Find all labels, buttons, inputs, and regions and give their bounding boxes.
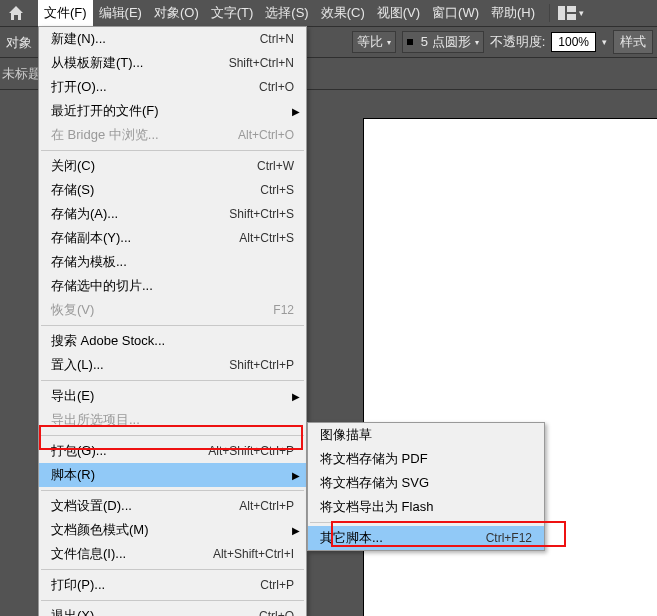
menu-item-label: 其它脚本... bbox=[320, 529, 486, 547]
menu-item-shortcut: Ctrl+F12 bbox=[486, 531, 532, 545]
stroke-profile-combo[interactable]: 5 点圆形▾ bbox=[402, 31, 484, 53]
file-menu-item-14[interactable]: 搜索 Adobe Stock... bbox=[39, 329, 306, 353]
file-menu-item-23[interactable]: 文档设置(D)...Alt+Ctrl+P bbox=[39, 494, 306, 518]
menu-item-shortcut: Alt+Ctrl+O bbox=[238, 128, 294, 142]
file-menu-item-1[interactable]: 从模板新建(T)...Shift+Ctrl+N bbox=[39, 51, 306, 75]
menu-item-label: 存储为模板... bbox=[51, 253, 294, 271]
file-menu-item-18: 导出所选项目... bbox=[39, 408, 306, 432]
menu-对象[interactable]: 对象(O) bbox=[148, 0, 205, 26]
menu-选择[interactable]: 选择(S) bbox=[259, 0, 314, 26]
file-menu-item-0[interactable]: 新建(N)...Ctrl+N bbox=[39, 27, 306, 51]
menu-item-shortcut: Ctrl+N bbox=[260, 32, 294, 46]
menu-窗口[interactable]: 窗口(W) bbox=[426, 0, 485, 26]
home-icon[interactable] bbox=[6, 3, 26, 23]
menu-item-label: 导出所选项目... bbox=[51, 411, 294, 429]
menu-item-label: 将文档存储为 PDF bbox=[320, 450, 532, 468]
scale-mode-combo[interactable]: 等比▾ bbox=[352, 31, 396, 53]
file-menu: 新建(N)...Ctrl+N从模板新建(T)...Shift+Ctrl+N打开(… bbox=[38, 26, 307, 616]
submenu-arrow-icon: ▶ bbox=[292, 470, 300, 481]
submenu-arrow-icon: ▶ bbox=[292, 525, 300, 536]
menu-item-shortcut: Ctrl+S bbox=[260, 183, 294, 197]
file-menu-item-27[interactable]: 打印(P)...Ctrl+P bbox=[39, 573, 306, 597]
svg-rect-1 bbox=[567, 6, 576, 12]
file-menu-item-21[interactable]: 脚本(R)▶ bbox=[39, 463, 306, 487]
menu-item-label: 关闭(C) bbox=[51, 157, 257, 175]
menu-item-shortcut: Alt+Ctrl+P bbox=[239, 499, 294, 513]
file-menu-item-20[interactable]: 打包(G)...Alt+Shift+Ctrl+P bbox=[39, 439, 306, 463]
menu-视图[interactable]: 视图(V) bbox=[371, 0, 426, 26]
menu-item-label: 从模板新建(T)... bbox=[51, 54, 229, 72]
menu-item-label: 将文档存储为 SVG bbox=[320, 474, 532, 492]
file-menu-item-8[interactable]: 存储为(A)...Shift+Ctrl+S bbox=[39, 202, 306, 226]
menu-item-label: 恢复(V) bbox=[51, 301, 273, 319]
menu-item-shortcut: Ctrl+P bbox=[260, 578, 294, 592]
workspace-switcher[interactable]: ▾ bbox=[558, 6, 584, 20]
file-menu-item-15[interactable]: 置入(L)...Shift+Ctrl+P bbox=[39, 353, 306, 377]
menu-效果[interactable]: 效果(C) bbox=[315, 0, 371, 26]
opacity-input[interactable]: 100% bbox=[551, 32, 596, 52]
menu-文件[interactable]: 文件(F) bbox=[38, 0, 93, 26]
menu-item-label: 存储为(A)... bbox=[51, 205, 229, 223]
menu-item-shortcut: Ctrl+W bbox=[257, 159, 294, 173]
file-menu-item-17[interactable]: 导出(E)▶ bbox=[39, 384, 306, 408]
menu-item-shortcut: Shift+Ctrl+S bbox=[229, 207, 294, 221]
submenu-arrow-icon: ▶ bbox=[292, 106, 300, 117]
file-menu-item-25[interactable]: 文件信息(I)...Alt+Shift+Ctrl+I bbox=[39, 542, 306, 566]
menu-item-label: 存储选中的切片... bbox=[51, 277, 294, 295]
file-menu-item-9[interactable]: 存储副本(Y)...Alt+Ctrl+S bbox=[39, 226, 306, 250]
menubar-separator bbox=[549, 4, 550, 22]
menu-item-label: 导出(E) bbox=[51, 387, 294, 405]
no-selection-label: 对象 bbox=[6, 34, 32, 52]
opacity-label: 不透明度: bbox=[490, 33, 546, 51]
script-menu-item-0[interactable]: 图像描草 bbox=[308, 423, 544, 447]
menu-item-label: 搜索 Adobe Stock... bbox=[51, 332, 294, 350]
menu-item-label: 最近打开的文件(F) bbox=[51, 102, 294, 120]
menu-item-shortcut: Shift+Ctrl+N bbox=[229, 56, 294, 70]
menu-item-label: 打开(O)... bbox=[51, 78, 259, 96]
menu-文字[interactable]: 文字(T) bbox=[205, 0, 260, 26]
menu-item-label: 退出(X) bbox=[51, 607, 259, 616]
menu-item-label: 打包(G)... bbox=[51, 442, 208, 460]
menu-item-shortcut: F12 bbox=[273, 303, 294, 317]
file-menu-item-10[interactable]: 存储为模板... bbox=[39, 250, 306, 274]
file-menu-item-4: 在 Bridge 中浏览...Alt+Ctrl+O bbox=[39, 123, 306, 147]
menu-item-label: 存储副本(Y)... bbox=[51, 229, 239, 247]
file-menu-item-6[interactable]: 关闭(C)Ctrl+W bbox=[39, 154, 306, 178]
menu-item-label: 脚本(R) bbox=[51, 466, 294, 484]
style-button[interactable]: 样式 bbox=[613, 30, 653, 54]
menu-item-shortcut: Alt+Shift+Ctrl+P bbox=[208, 444, 294, 458]
menu-item-label: 在 Bridge 中浏览... bbox=[51, 126, 238, 144]
menu-item-label: 置入(L)... bbox=[51, 356, 229, 374]
menu-item-label: 文档设置(D)... bbox=[51, 497, 239, 515]
menu-item-label: 新建(N)... bbox=[51, 30, 260, 48]
menubar: 文件(F)编辑(E)对象(O)文字(T)选择(S)效果(C)视图(V)窗口(W)… bbox=[0, 0, 657, 26]
script-menu-item-3[interactable]: 将文档导出为 Flash bbox=[308, 495, 544, 519]
script-menu-item-5[interactable]: 其它脚本...Ctrl+F12 bbox=[308, 526, 544, 550]
file-menu-item-11[interactable]: 存储选中的切片... bbox=[39, 274, 306, 298]
menu-item-shortcut: Alt+Ctrl+S bbox=[239, 231, 294, 245]
script-menu-item-1[interactable]: 将文档存储为 PDF bbox=[308, 447, 544, 471]
svg-rect-2 bbox=[567, 14, 576, 20]
menu-item-shortcut: Alt+Shift+Ctrl+I bbox=[213, 547, 294, 561]
file-menu-item-7[interactable]: 存储(S)Ctrl+S bbox=[39, 178, 306, 202]
file-menu-item-12: 恢复(V)F12 bbox=[39, 298, 306, 322]
file-menu-item-2[interactable]: 打开(O)...Ctrl+O bbox=[39, 75, 306, 99]
menu-item-shortcut: Ctrl+Q bbox=[259, 609, 294, 616]
file-menu-item-24[interactable]: 文档颜色模式(M)▶ bbox=[39, 518, 306, 542]
menu-item-label: 存储(S) bbox=[51, 181, 260, 199]
submenu-arrow-icon: ▶ bbox=[292, 391, 300, 402]
script-menu-item-2[interactable]: 将文档存储为 SVG bbox=[308, 471, 544, 495]
menu-item-shortcut: Ctrl+O bbox=[259, 80, 294, 94]
file-menu-item-29[interactable]: 退出(X)Ctrl+Q bbox=[39, 604, 306, 616]
menu-帮助[interactable]: 帮助(H) bbox=[485, 0, 541, 26]
bullet-icon bbox=[407, 39, 413, 45]
menu-item-label: 将文档导出为 Flash bbox=[320, 498, 532, 516]
doc-prefix: 未标题 bbox=[2, 65, 41, 83]
menu-item-label: 图像描草 bbox=[320, 426, 532, 444]
menu-编辑[interactable]: 编辑(E) bbox=[93, 0, 148, 26]
menu-item-label: 文件信息(I)... bbox=[51, 545, 213, 563]
menu-item-shortcut: Shift+Ctrl+P bbox=[229, 358, 294, 372]
menu-item-label: 打印(P)... bbox=[51, 576, 260, 594]
file-menu-item-3[interactable]: 最近打开的文件(F)▶ bbox=[39, 99, 306, 123]
svg-rect-0 bbox=[558, 6, 565, 20]
